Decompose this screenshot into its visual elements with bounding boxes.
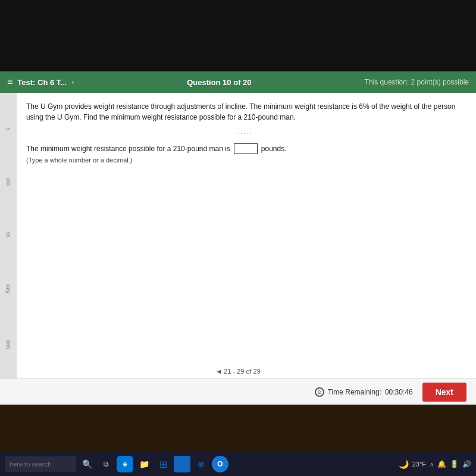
answer-hint: (Type a whole number or a decimal.)	[26, 156, 464, 164]
weather-icon: 🌙	[399, 459, 409, 469]
taskbar-store-icon[interactable]: ⊗	[193, 456, 209, 472]
taskbar-notifications[interactable]: 🔔	[437, 460, 446, 468]
bottom-bezel	[0, 405, 476, 452]
taskbar-folder-icon[interactable]: 📁	[136, 456, 152, 472]
taskbar-task-view-icon[interactable]: ⧉	[98, 456, 114, 472]
taskbar-search-input[interactable]	[5, 456, 76, 472]
bottom-bar: ⊙ Time Remaining: 00:30:46 Next	[0, 378, 476, 405]
taskbar-mail-icon[interactable]: ✉	[174, 456, 190, 472]
answer-suffix: pounds.	[261, 145, 287, 153]
sidebar-label-4: rary	[5, 284, 11, 294]
timer-label: Time Remaining:	[328, 388, 381, 396]
top-bar: ≡ Test: Ch 6 T... ‹ Question 10 of 20 Th…	[0, 71, 476, 93]
sidebar-label-2: uro	[5, 178, 11, 186]
temperature: 23°F	[412, 461, 426, 468]
answer-area: The minimum weight resistance possible f…	[26, 143, 464, 164]
taskbar: 🔍 ⧉ e 📁 ⊞ ✉ ⊗ O 🌙 23°F ∧ 🔔 🔋 🔊	[0, 452, 476, 476]
taskbar-search-icon[interactable]: 🔍	[79, 456, 95, 472]
answer-input[interactable]	[234, 143, 258, 154]
taskbar-chevron-up[interactable]: ∧	[430, 461, 434, 468]
points-info: This question: 2 point(s) possible	[365, 78, 469, 86]
question-info: Question 10 of 20	[74, 78, 364, 87]
test-title: Test: Ch 6 T...	[17, 78, 67, 87]
page-indicator: ◄ 21 - 29 of 29	[215, 368, 261, 375]
chevron-icon[interactable]: ‹	[71, 78, 74, 86]
answer-line: The minimum weight resistance possible f…	[26, 143, 464, 154]
timer-value: 00:30:46	[385, 388, 413, 396]
dots-separator: .....	[26, 129, 464, 135]
top-bar-left: ≡ Test: Ch 6 T... ‹	[7, 77, 74, 87]
answer-prefix: The minimum weight resistance possible f…	[26, 145, 230, 153]
timer-area: ⊙ Time Remaining: 00:30:46	[315, 387, 413, 397]
screen: ≡ Test: Ch 6 T... ‹ Question 10 of 20 Th…	[0, 71, 476, 405]
sidebar-label-3: ss	[5, 232, 11, 237]
taskbar-windows-icon[interactable]: ⊞	[155, 456, 171, 472]
timer-icon: ⊙	[315, 387, 324, 397]
taskbar-battery: 🔋	[450, 460, 459, 468]
left-sidebar: s uro ss rary ons	[0, 93, 17, 384]
menu-icon[interactable]: ≡	[7, 77, 12, 87]
taskbar-right: 🌙 23°F ∧ 🔔 🔋 🔊	[399, 459, 471, 469]
sidebar-label-5: ons	[5, 340, 11, 349]
taskbar-edge-icon[interactable]: e	[117, 456, 133, 472]
main-content: The U Gym provides weight resistance thr…	[17, 93, 476, 384]
taskbar-o-icon[interactable]: O	[212, 456, 228, 472]
taskbar-volume[interactable]: 🔊	[462, 460, 471, 468]
sidebar-label-1: s	[5, 128, 11, 131]
top-bezel	[0, 0, 476, 71]
question-text: The U Gym provides weight resistance thr…	[26, 101, 464, 123]
next-button[interactable]: Next	[422, 383, 466, 402]
